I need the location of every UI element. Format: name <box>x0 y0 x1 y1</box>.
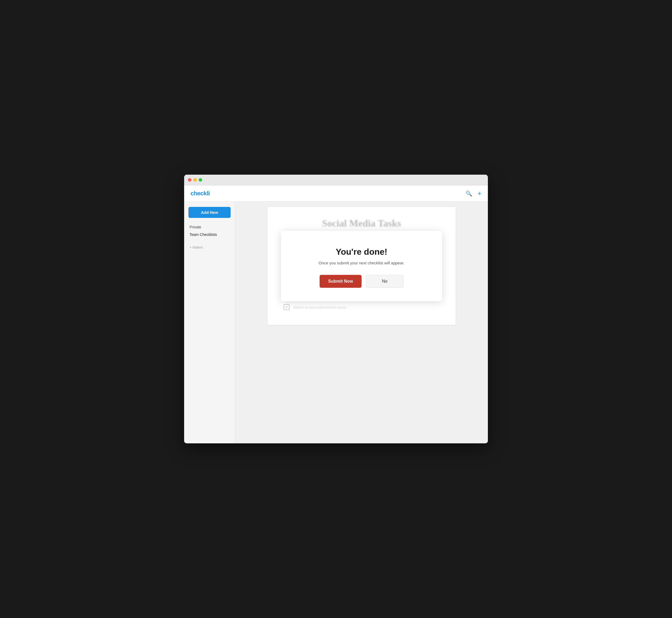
header-actions: 🔍 + <box>466 190 481 197</box>
no-button[interactable]: No <box>366 275 403 288</box>
add-icon[interactable]: + <box>478 190 481 197</box>
add-new-button[interactable]: Add New <box>188 207 230 218</box>
main-content: Social Media Tasks Please have this comp… <box>235 202 488 443</box>
minimize-button[interactable] <box>193 178 197 182</box>
sidebar: Add New Private Team Checklists + folder… <box>184 202 235 443</box>
checklist-card: Social Media Tasks Please have this comp… <box>268 207 456 325</box>
sidebar-folders[interactable]: + folders <box>188 244 230 251</box>
modal-subtitle: Once you submit your next checklist will… <box>297 261 426 265</box>
close-button[interactable] <box>188 178 191 182</box>
submit-now-button[interactable]: Submit Now <box>319 275 362 288</box>
app-header: checkli 🔍 + <box>184 185 488 202</box>
fullscreen-button[interactable] <box>199 178 202 182</box>
modal-buttons: Submit Now No <box>297 275 426 288</box>
sidebar-item-private[interactable]: Private <box>188 223 230 231</box>
title-bar <box>184 175 488 185</box>
traffic-lights <box>188 178 202 182</box>
modal-dialog: You're done! Once you submit your next c… <box>281 231 442 301</box>
app-logo: checkli <box>191 190 210 197</box>
search-icon[interactable]: 🔍 <box>466 190 472 197</box>
app-body: Add New Private Team Checklists + folder… <box>184 202 488 443</box>
modal-title: You're done! <box>297 247 426 257</box>
browser-window: checkli 🔍 + Add New Private Team Checkli… <box>184 175 488 443</box>
sidebar-item-team-checklists[interactable]: Team Checklists <box>188 231 230 238</box>
sidebar-nav: Private Team Checklists <box>188 223 230 238</box>
modal-overlay: You're done! Once you submit your next c… <box>268 207 456 325</box>
